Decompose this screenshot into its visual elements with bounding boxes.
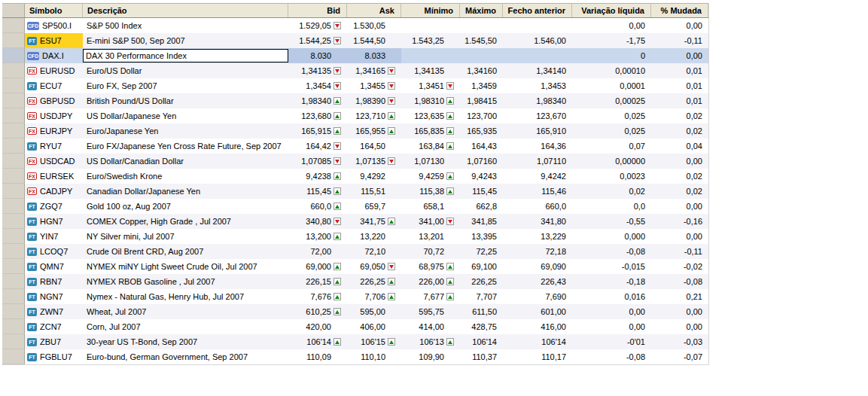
column-header-bid[interactable]: Bid	[288, 4, 347, 17]
row-gutter[interactable]	[2, 48, 25, 63]
bid-cell[interactable]: 72,00	[288, 244, 347, 259]
symbol-cell[interactable]: FX EURUSD	[25, 63, 83, 78]
row-gutter[interactable]	[2, 108, 25, 123]
bid-cell[interactable]: 123,680	[288, 108, 347, 123]
ask-cell[interactable]: 8.033	[347, 48, 401, 63]
bid-cell[interactable]: 9,4238	[288, 169, 347, 184]
table-row[interactable]: FX EURSEK Euro/Swedish Krone 9,4238 9,42…	[2, 169, 708, 184]
ask-cell[interactable]: 9,4292	[347, 169, 401, 184]
table-row[interactable]: FT QMN7 NYMEX miNY Light Sweet Crude Oil…	[2, 259, 708, 274]
table-row[interactable]: FX CADJPY Canadian Dollar/Japanese Yen 1…	[2, 184, 708, 199]
table-row[interactable]: FX EURUSD Euro/US Dollar 1,34135 1,34165…	[2, 63, 708, 78]
symbol-cell[interactable]: FT ESU7	[25, 33, 83, 48]
row-gutter[interactable]	[2, 214, 25, 229]
row-gutter[interactable]	[2, 229, 25, 244]
table-row[interactable]: FT YIN7 NY Silver mini, Jul 2007 13,200 …	[2, 229, 708, 244]
column-header-ask[interactable]: Ask	[347, 4, 401, 17]
bid-cell[interactable]: 69,000	[288, 259, 347, 274]
row-gutter[interactable]	[2, 18, 25, 33]
table-row[interactable]: FT LCOQ7 Crude Oil Brent CRD, Aug 2007 7…	[2, 244, 708, 259]
row-gutter[interactable]	[2, 78, 25, 93]
ask-cell[interactable]: 106'15	[347, 334, 401, 349]
table-row[interactable]: FT ZCN7 Corn, Jul 2007 420,00 406,00 414…	[2, 319, 708, 334]
row-gutter[interactable]	[2, 319, 25, 334]
bid-cell[interactable]: 610,25	[288, 304, 347, 319]
symbol-cell[interactable]: FT ZGQ7	[25, 199, 83, 214]
row-gutter[interactable]	[2, 139, 25, 154]
table-row[interactable]: FT ZGQ7 Gold 100 oz, Aug 2007 660,0 659,…	[2, 199, 708, 214]
ask-cell[interactable]: 72,10	[347, 244, 401, 259]
row-gutter[interactable]	[2, 304, 25, 319]
symbol-cell[interactable]: FT ZWN7	[25, 304, 83, 319]
ask-cell[interactable]: 1.530,05	[347, 18, 401, 33]
ask-cell[interactable]: 110,10	[347, 349, 401, 364]
symbol-cell[interactable]: FT ZCN7	[25, 319, 83, 334]
bid-cell[interactable]: 226,15	[288, 274, 347, 289]
bid-cell[interactable]: 8.030	[288, 48, 347, 63]
column-header-min[interactable]: Mínimo	[401, 4, 460, 17]
ask-cell[interactable]: 115,51	[347, 184, 401, 199]
symbol-cell[interactable]: FX USDJPY	[25, 108, 83, 123]
ask-cell[interactable]: 1.544,50	[347, 33, 401, 48]
row-gutter[interactable]	[2, 199, 25, 214]
symbol-cell[interactable]: FT ECU7	[25, 78, 83, 93]
table-row[interactable]: FT ESU7 E-mini S&P 500, Sep 2007 1.544,2…	[2, 33, 708, 48]
bid-cell[interactable]: 110,09	[288, 349, 347, 364]
symbol-cell[interactable]: FX CADJPY	[25, 184, 83, 199]
symbol-cell[interactable]: FX EURSEK	[25, 169, 83, 184]
bid-cell[interactable]: 1.529,05	[288, 18, 347, 33]
ask-cell[interactable]: 406,00	[347, 319, 401, 334]
table-row[interactable]: FT NGN7 Nymex - Natural Gas, Henry Hub, …	[2, 289, 708, 304]
bid-cell[interactable]: 1,34135	[288, 63, 347, 78]
table-row[interactable]: FT ECU7 Euro FX, Sep 2007 1,3454 1,3455 …	[2, 78, 708, 93]
ask-cell[interactable]: 69,050	[347, 259, 401, 274]
column-header-pct-change[interactable]: % Mudada	[651, 4, 708, 17]
column-header-prev-close[interactable]: Fecho anterior	[503, 4, 572, 17]
row-gutter[interactable]	[2, 349, 25, 364]
bid-cell[interactable]: 660,0	[288, 199, 347, 214]
column-header-description[interactable]: Descrição	[83, 4, 288, 17]
ask-cell[interactable]: 341,75	[347, 214, 401, 229]
ask-cell[interactable]: 1,3455	[347, 78, 401, 93]
table-row[interactable]: FT RBN7 NYMEX RBOB Gasoline , Jul 2007 2…	[2, 274, 708, 289]
row-gutter[interactable]	[2, 33, 25, 48]
row-gutter[interactable]	[2, 259, 25, 274]
row-gutter[interactable]	[2, 154, 25, 169]
symbol-cell[interactable]: FT RBN7	[25, 274, 83, 289]
bid-cell[interactable]: 1,07085	[288, 154, 347, 169]
table-row[interactable]: FT ZWN7 Wheat, Jul 2007 610,25 595,00 59…	[2, 304, 708, 319]
column-header-net-change[interactable]: Variação líquida	[572, 4, 651, 17]
row-gutter[interactable]	[2, 244, 25, 259]
row-gutter[interactable]	[2, 93, 25, 108]
row-gutter[interactable]	[2, 63, 25, 78]
ask-cell[interactable]: 165,955	[347, 123, 401, 139]
table-row[interactable]: CFD DAX.I 8.030 8.033 0 0,00	[2, 48, 708, 63]
symbol-cell[interactable]: FX GBPUSD	[25, 93, 83, 108]
row-gutter[interactable]	[2, 184, 25, 199]
bid-cell[interactable]: 115,45	[288, 184, 347, 199]
symbol-cell[interactable]: FX EURJPY	[25, 123, 83, 139]
ask-cell[interactable]: 1,98390	[347, 93, 401, 108]
table-row[interactable]: FX EURJPY Euro/Japanese Yen 165,915 165,…	[2, 123, 708, 139]
ask-cell[interactable]: 123,710	[347, 108, 401, 123]
bid-cell[interactable]: 1.544,25	[288, 33, 347, 48]
bid-cell[interactable]: 106'14	[288, 334, 347, 349]
description-edit-input[interactable]	[83, 49, 288, 62]
bid-cell[interactable]: 7,676	[288, 289, 347, 304]
table-row[interactable]: CFD SP500.I S&P 500 Index 1.529,05 1.530…	[2, 18, 708, 33]
symbol-cell[interactable]: FT QMN7	[25, 259, 83, 274]
bid-cell[interactable]: 1,3454	[288, 78, 347, 93]
bid-cell[interactable]: 340,80	[288, 214, 347, 229]
ask-cell[interactable]: 595,00	[347, 304, 401, 319]
bid-cell[interactable]: 1,98340	[288, 93, 347, 108]
symbol-cell[interactable]: FT NGN7	[25, 289, 83, 304]
symbol-cell[interactable]: FT FGBLU7	[25, 349, 83, 364]
ask-cell[interactable]: 13,220	[347, 229, 401, 244]
table-row[interactable]: FT RYU7 Euro FX/Japanese Yen Cross Rate …	[2, 139, 708, 154]
column-header-max[interactable]: Máximo	[460, 4, 503, 17]
bid-cell[interactable]: 164,42	[288, 139, 347, 154]
ask-cell[interactable]: 164,50	[347, 139, 401, 154]
column-header-symbol[interactable]: Símbolo	[25, 4, 83, 17]
table-row[interactable]: FT FGBLU7 Euro-bund, German Government, …	[2, 349, 708, 364]
ask-cell[interactable]: 1,07135	[347, 154, 401, 169]
